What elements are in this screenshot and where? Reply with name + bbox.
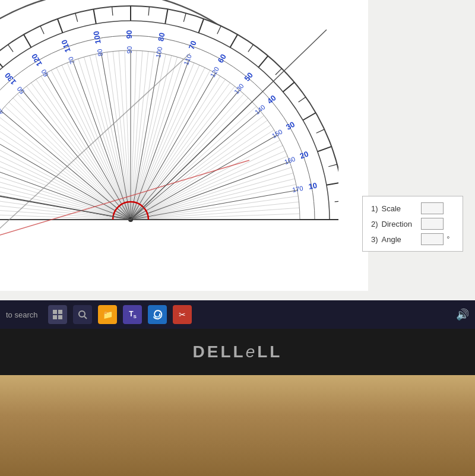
media-icon[interactable]: ✂ xyxy=(173,305,192,324)
svg-rect-176 xyxy=(58,315,62,319)
sound-icon[interactable]: 🔊 xyxy=(456,308,469,321)
taskbar-right: 🔊 xyxy=(456,308,469,321)
screen: 10 20 30 40 50 60 70 80 90 100 xyxy=(0,0,475,332)
svg-line-178 xyxy=(84,316,87,319)
svg-rect-173 xyxy=(53,310,57,314)
svg-text:10: 10 xyxy=(308,181,318,191)
svg-text:90: 90 xyxy=(125,30,134,39)
svg-text:90: 90 xyxy=(126,46,133,53)
measurement-panel: 1) Scale 2) Direction 3) Angle ° xyxy=(362,196,463,252)
angle-input[interactable] xyxy=(421,233,444,245)
protractor-detail: 10 20 30 40 50 60 70 80 90 100 xyxy=(0,0,338,291)
taskbar: to search 📁 TS xyxy=(0,300,475,329)
degree-symbol: ° xyxy=(447,235,450,243)
angle-text: Angle xyxy=(382,235,417,244)
svg-rect-175 xyxy=(53,315,57,319)
protractor-area: 10 20 30 40 50 60 70 80 90 100 xyxy=(0,0,368,291)
scale-label: 1) xyxy=(371,204,378,213)
start-icon[interactable] xyxy=(48,305,67,324)
monitor-bezel: DELLeLL xyxy=(0,329,475,375)
scale-text: Scale xyxy=(382,204,417,213)
taskbar-icons: 📁 TS ✂ xyxy=(48,305,192,324)
direction-label: 2) xyxy=(371,220,378,229)
direction-input[interactable] xyxy=(421,218,444,230)
taskbar-search-icon[interactable] xyxy=(73,305,92,324)
angle-label-num: 3) xyxy=(371,235,378,244)
dell-logo: DELLeLL xyxy=(193,342,283,361)
svg-text:80: 80 xyxy=(96,49,104,57)
svg-point-170 xyxy=(128,217,133,222)
desk-surface xyxy=(0,375,475,476)
svg-point-177 xyxy=(79,311,85,317)
edge-icon[interactable] xyxy=(148,305,167,324)
direction-text: Direction xyxy=(382,220,417,229)
file-explorer-icon[interactable]: 📁 xyxy=(98,305,117,324)
teams-icon[interactable]: TS xyxy=(123,305,142,324)
svg-text:80: 80 xyxy=(156,32,166,42)
scale-input[interactable] xyxy=(421,202,444,214)
search-text: to search xyxy=(6,310,37,319)
svg-rect-174 xyxy=(58,310,62,314)
